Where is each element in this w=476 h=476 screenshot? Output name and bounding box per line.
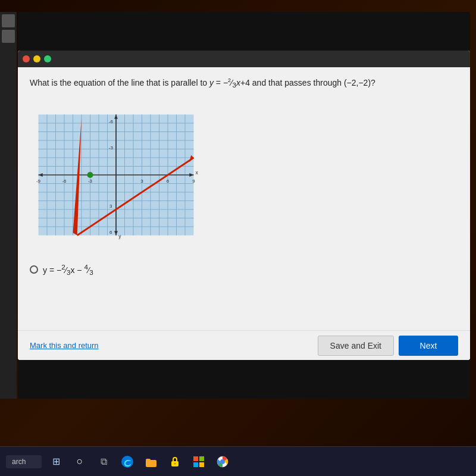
svg-text:9: 9 [192, 178, 195, 184]
quiz-content: What is the equation of the line that is… [18, 67, 470, 330]
svg-text:3: 3 [140, 178, 143, 184]
svg-point-56 [174, 462, 176, 464]
svg-rect-59 [193, 462, 198, 467]
svg-rect-58 [199, 456, 204, 461]
radio-button-a[interactable] [30, 265, 38, 274]
svg-text:3: 3 [109, 203, 112, 209]
close-button[interactable] [23, 55, 30, 62]
task-view-icon[interactable]: ⧉ [94, 452, 113, 471]
save-exit-button[interactable]: Save and Exit [318, 336, 394, 356]
windows-icon[interactable]: ⊞ [46, 452, 65, 471]
cortana-icon[interactable]: ○ [70, 452, 89, 471]
folder-icon[interactable] [142, 452, 161, 471]
minimize-button[interactable] [33, 55, 40, 62]
svg-rect-57 [193, 456, 198, 461]
coordinate-graph: -9 -6 -3 3 6 9 -3 -6 3 6 x [30, 98, 202, 252]
left-strip [0, 12, 17, 399]
svg-text:x: x [195, 169, 198, 175]
lock-icon[interactable] [165, 452, 184, 471]
svg-text:-9: -9 [36, 178, 41, 184]
svg-text:-6: -6 [109, 119, 114, 124]
svg-text:-3: -3 [88, 178, 93, 184]
desktop: What is the equation of the line that is… [0, 0, 476, 476]
question-text: What is the equation of the line that is… [30, 77, 458, 90]
button-group: Save and Exit Next [318, 336, 458, 356]
left-strip-button-2[interactable] [2, 30, 15, 43]
svg-text:-6: -6 [62, 178, 67, 184]
svg-rect-60 [199, 462, 204, 467]
screen-area: What is the equation of the line that is… [18, 12, 470, 399]
quiz-window: What is the equation of the line that is… [18, 51, 470, 360]
search-bar[interactable]: arch [6, 455, 42, 468]
graph-container: -9 -6 -3 3 6 9 -3 -6 3 6 x [30, 98, 458, 252]
answer-option-a[interactable]: y = −2⁄3x − 4⁄3 [30, 263, 458, 276]
next-button[interactable]: Next [399, 336, 458, 356]
windows-store-icon[interactable] [189, 452, 208, 471]
maximize-button[interactable] [44, 55, 51, 62]
svg-point-51 [87, 172, 93, 178]
mark-return-link[interactable]: Mark this and return [30, 341, 99, 350]
bottom-bar: Mark this and return Save and Exit Next [18, 330, 470, 360]
svg-text:-3: -3 [109, 145, 114, 150]
svg-text:y: y [118, 233, 121, 239]
chrome-icon[interactable] [213, 452, 232, 471]
left-strip-button[interactable] [2, 14, 15, 27]
edge-icon[interactable] [118, 452, 137, 471]
taskbar: arch ⊞ ○ ⧉ [0, 446, 476, 476]
svg-text:6: 6 [167, 178, 170, 184]
answer-label-a: y = −2⁄3x − 4⁄3 [43, 263, 93, 276]
svg-text:6: 6 [109, 229, 112, 234]
window-title-bar [18, 51, 470, 67]
svg-rect-54 [146, 459, 151, 461]
